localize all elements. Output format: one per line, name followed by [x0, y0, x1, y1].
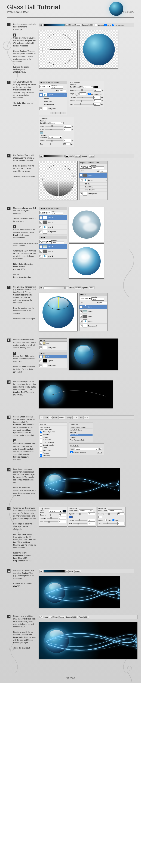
simulate-check[interactable]: Simulate Pressure: [70, 451, 86, 454]
angle-val[interactable]: [79, 92, 86, 95]
brush-icon[interactable]: 🖌: [39, 616, 43, 618]
layer-outerglow[interactable]: Outer Glow: [39, 100, 67, 103]
cm-1[interactable]: Define Custom Shape...: [69, 426, 92, 429]
eye-icon[interactable]: 👁: [39, 221, 42, 223]
lbg[interactable]: 👁Background: [80, 324, 107, 329]
sl[interactable]: [105, 514, 117, 514]
l3[interactable]: 👁Layer 3: [39, 244, 67, 249]
linear-icon[interactable]: ▬: [65, 286, 69, 289]
eye-icon[interactable]: 👁: [80, 320, 83, 322]
flow[interactable]: 100%: [83, 616, 89, 618]
eye-icon[interactable]: 👁: [39, 216, 42, 219]
sw[interactable]: [62, 510, 66, 513]
scattering[interactable]: Scattering: [40, 433, 66, 436]
mode-val[interactable]: Normal: [75, 155, 81, 157]
v[interactable]: [117, 522, 124, 525]
dual[interactable]: Dual Brush: [40, 438, 66, 441]
tab-layers[interactable]: Layers: [80, 162, 85, 163]
brush-icon[interactable]: 🖌: [39, 416, 43, 419]
l-black[interactable]: 👁Layer 1: [39, 359, 67, 363]
ok-button[interactable]: OK: [100, 448, 103, 451]
reverse-check[interactable]: Reverse: [95, 24, 104, 26]
mode[interactable]: Normal: [74, 570, 81, 573]
layer-bg[interactable]: 👁Background: [80, 191, 107, 196]
layer-innershadow[interactable]: Inner Shadow: [39, 103, 67, 106]
radial-icon[interactable]: ◉: [65, 570, 68, 573]
visibility-icon[interactable]: 👁: [39, 94, 42, 96]
noise[interactable]: Noise: [40, 446, 66, 449]
folder-icon[interactable]: [58, 112, 61, 114]
airbrush[interactable]: Airbrush: [40, 452, 66, 454]
v[interactable]: [88, 519, 95, 522]
new-icon[interactable]: [61, 112, 63, 114]
eye-icon[interactable]: 👁: [39, 250, 42, 253]
cm-5[interactable]: Clip Path...: [69, 436, 92, 439]
sl[interactable]: [103, 523, 117, 524]
layer-2[interactable]: 👁Layer 2: [80, 173, 107, 178]
brush-presets[interactable]: Brush Presets: [40, 426, 66, 428]
eye-icon[interactable]: 👁: [80, 315, 83, 318]
l4[interactable]: 👁Layer 4: [80, 305, 107, 309]
dist-val[interactable]: [93, 96, 101, 99]
trash-icon[interactable]: [64, 112, 66, 114]
other-dyn[interactable]: Other Dynamics: [40, 444, 66, 446]
folder-ball[interactable]: 👁ball: [39, 355, 67, 359]
eye-icon[interactable]: 👁: [80, 325, 83, 327]
tab-l[interactable]: Layers: [40, 352, 45, 354]
gradient-preview[interactable]: [44, 24, 65, 26]
bm[interactable]: Screen: [79, 509, 93, 512]
tool-icon[interactable]: ▦: [39, 570, 43, 573]
opacity-val[interactable]: [64, 125, 71, 128]
l3[interactable]: 👁Layer 3: [39, 215, 67, 220]
blend-mode-select[interactable]: Normal: [39, 85, 51, 88]
op-in[interactable]: [91, 166, 104, 169]
eye-icon[interactable]: 👁: [39, 346, 42, 349]
bm[interactable]: Multiply: [49, 510, 62, 513]
cm-0[interactable]: Delete Path: [69, 424, 92, 426]
tab-paths[interactable]: Paths: [54, 81, 58, 83]
v[interactable]: [117, 513, 124, 515]
eye-icon[interactable]: 👁: [80, 192, 83, 195]
fx-is[interactable]: Inner Shadow: [80, 188, 107, 191]
gradient-type-radial[interactable]: ◉: [65, 24, 68, 26]
eye-icon[interactable]: 👁: [80, 174, 83, 177]
grad-prev[interactable]: [44, 286, 65, 289]
dist-slider[interactable]: [77, 97, 93, 98]
tab-layers[interactable]: Layers: [40, 81, 45, 83]
angle-dial[interactable]: [75, 92, 79, 96]
sl[interactable]: [73, 523, 87, 524]
eye-icon[interactable]: 👁: [39, 255, 42, 257]
op[interactable]: 100%: [73, 416, 78, 419]
layer-1[interactable]: 👁Layer 1 fx: [80, 178, 107, 183]
layer-effects[interactable]: Effects: [39, 97, 67, 100]
tab-channels[interactable]: Channels: [46, 81, 53, 83]
noise-slider[interactable]: [45, 129, 63, 130]
gradient-preview[interactable]: [44, 155, 65, 157]
eye-icon[interactable]: 👁: [80, 306, 83, 308]
v[interactable]: [88, 513, 95, 515]
tool-icon[interactable]: ▦: [39, 24, 43, 26]
tab-p[interactable]: Paths: [54, 208, 58, 209]
size-slider[interactable]: [44, 144, 63, 144]
cm-4[interactable]: Stroke Path...: [69, 434, 92, 436]
blend-select[interactable]: Screen: [50, 122, 64, 124]
cm-2[interactable]: Make Selection...: [69, 429, 92, 431]
op[interactable]: [52, 241, 64, 244]
l2[interactable]: 👁Layer 2: [39, 249, 67, 254]
grad[interactable]: [44, 570, 65, 572]
sw[interactable]: [69, 516, 73, 518]
visibility-icon[interactable]: 👁: [39, 107, 42, 110]
eye-icon[interactable]: 👁: [39, 360, 42, 362]
brush-preset[interactable]: • 2: [49, 416, 53, 419]
eye-icon[interactable]: 👁: [80, 179, 83, 181]
fill[interactable]: [100, 302, 107, 304]
flow[interactable]: 100%: [83, 416, 89, 419]
tab-pa[interactable]: Paths: [95, 162, 99, 163]
mask-icon[interactable]: [55, 112, 58, 114]
brush-tip[interactable]: Brush Tip Shape: [40, 428, 66, 431]
fill-in[interactable]: [100, 170, 107, 173]
op[interactable]: 100%: [89, 286, 94, 289]
mode[interactable]: Normal: [58, 616, 65, 618]
brush-1px[interactable]: • 1: [49, 616, 53, 618]
src-ctr[interactable]: Center: [105, 519, 112, 522]
